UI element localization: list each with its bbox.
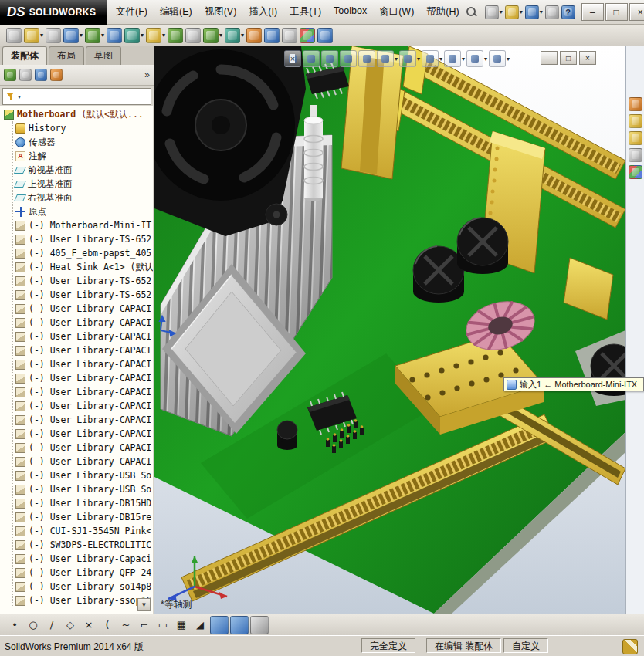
featuremanager-tree-tab[interactable]	[4, 69, 16, 81]
tree-item[interactable]: (-) 405_F_ebm-papst_405	[15, 246, 153, 260]
view-settings-icon[interactable]: ▾	[489, 50, 510, 67]
insert-components-icon[interactable]: ▾	[63, 28, 83, 43]
print-button[interactable]	[545, 5, 559, 19]
mate-icon[interactable]: ▾	[85, 28, 104, 43]
sketch-point-icon[interactable]: •	[6, 617, 23, 634]
measure-icon[interactable]	[282, 28, 297, 43]
tree-item[interactable]: (-) User Library-CAPACI	[15, 357, 153, 371]
tree-item[interactable]: (-) User Library-CAPACI	[15, 427, 153, 441]
capacitor[interactable]	[413, 246, 464, 303]
sketch-polygon-icon[interactable]: ◇	[62, 617, 79, 634]
file-explorer-icon[interactable]	[629, 131, 642, 145]
3d-scene[interactable]	[154, 46, 625, 614]
sketch-spline-icon[interactable]: ~	[117, 617, 134, 634]
maximize-button[interactable]: □	[605, 3, 628, 21]
graphics-viewport[interactable]: × ▾ ▾	[154, 46, 625, 614]
view-orientation-icon[interactable]: ▾	[377, 50, 398, 67]
tree-item[interactable]: (-) User Library-CAPACI	[15, 371, 153, 385]
minimize-button[interactable]: –	[581, 3, 604, 21]
menu-tools[interactable]: 工具(T)	[283, 3, 327, 21]
cooling-fan[interactable]	[154, 46, 306, 236]
tab-assembly[interactable]: 装配体	[2, 46, 47, 65]
custom-status[interactable]: 自定义	[503, 638, 548, 653]
tab-layout[interactable]: 布局	[49, 46, 84, 65]
dropdown-caret-icon[interactable]: ▾	[40, 32, 43, 39]
open-document-button[interactable]: ▾	[505, 5, 523, 19]
assembly-features-icon[interactable]: ▾	[203, 28, 222, 43]
dropdown-caret-icon[interactable]: ▾	[141, 32, 144, 39]
tree-filter-combobox[interactable]: ▾	[2, 88, 151, 105]
close-flyout-icon[interactable]: ×	[284, 50, 301, 67]
tree-item[interactable]: (-) User Library-USB So	[15, 482, 153, 496]
exploded-view-icon[interactable]	[300, 28, 315, 43]
dropdown-caret-icon[interactable]: ▾	[101, 32, 104, 39]
tree-item[interactable]: (-) User Library-TS-652	[15, 274, 153, 288]
sketch-settings-icon[interactable]	[250, 616, 269, 634]
dropdown-caret-icon[interactable]: ▾	[462, 56, 465, 63]
print-icon[interactable]	[6, 28, 22, 43]
tree-item[interactable]: (-) User Library-CAPACI	[15, 316, 153, 330]
dropdown-caret-icon[interactable]: ▾	[500, 8, 503, 15]
hide-show-items-icon[interactable]: ▾	[422, 50, 442, 67]
previous-view-icon[interactable]	[340, 50, 357, 67]
dropdown-caret-icon[interactable]: ▾	[219, 32, 222, 39]
instant3d-icon[interactable]	[317, 28, 333, 43]
menu-toolbox[interactable]: Toolbox	[327, 3, 373, 21]
menu-help[interactable]: 帮助(H)	[420, 3, 465, 21]
document-minimize-button[interactable]: –	[541, 51, 558, 65]
tree-item[interactable]: (-) User Library-TS-652	[15, 232, 153, 246]
zoom-to-area-icon[interactable]	[321, 50, 338, 67]
tree-item[interactable]: 传感器	[15, 135, 153, 149]
tree-item[interactable]: 注解	[15, 149, 153, 163]
tree-root-assembly[interactable]: Motherboard (默认<默认...	[4, 107, 153, 121]
sketch-line-icon[interactable]: /	[43, 617, 60, 634]
search-icon[interactable]	[466, 6, 477, 18]
save-button[interactable]: ▾	[525, 5, 543, 19]
new-document-button[interactable]: ▾	[485, 5, 503, 19]
section-view-icon[interactable]	[358, 50, 375, 67]
tree-item[interactable]: (-) User Library-CAPACI	[15, 330, 153, 343]
menu-edit[interactable]: 编辑(E)	[154, 3, 198, 21]
sketch-rectangle-icon[interactable]: ▭	[154, 617, 171, 634]
dropdown-caret-icon[interactable]: ▾	[507, 56, 510, 63]
tree-item[interactable]: (-) User Library-CAPACI	[15, 441, 153, 455]
appearances-scenes-icon[interactable]	[629, 165, 642, 179]
sketch-erase-icon[interactable]: ×	[80, 617, 97, 634]
filter-caret-icon[interactable]: ▾	[18, 93, 21, 100]
propertymanager-tab[interactable]	[19, 69, 32, 81]
tree-item[interactable]: (-) Heat Sink A<1> (默认	[15, 260, 153, 274]
tree-item[interactable]: (-) User Library-CAPACI	[15, 413, 153, 427]
design-library-icon[interactable]	[629, 114, 642, 128]
tree-item[interactable]: 原点	[15, 205, 153, 218]
tree-item[interactable]: (-) User Library-CAPACI	[15, 302, 153, 316]
panel-expand-chevron[interactable]: »	[144, 69, 150, 80]
edit-pencil-icon[interactable]	[622, 639, 638, 654]
shaded-sketch-contours-icon[interactable]	[210, 616, 229, 634]
apply-scene-icon[interactable]: ▾	[466, 50, 487, 67]
dropdown-caret-icon[interactable]: ▾	[162, 32, 165, 39]
dropdown-caret-icon[interactable]: ▾	[241, 32, 244, 39]
reference-geometry-icon[interactable]: ▾	[225, 28, 244, 43]
new-motion-study-icon[interactable]	[246, 28, 262, 43]
configurationmanager-tab[interactable]	[35, 69, 47, 81]
menu-window[interactable]: 窗口(W)	[373, 3, 420, 21]
dropdown-caret-icon[interactable]: ▾	[439, 56, 442, 63]
sketch-corner-rectangle-icon[interactable]: ⌐	[136, 617, 153, 634]
tree-item[interactable]: (-) CUI-SJ1-3545N_Pink<	[15, 524, 153, 538]
sketch-circle-icon[interactable]: ○	[25, 617, 42, 634]
sketch-pattern-icon[interactable]: ▦	[173, 617, 190, 634]
grid-snap-icon[interactable]	[230, 616, 249, 634]
sketch-arc-icon[interactable]: (	[99, 617, 116, 634]
tab-sketch[interactable]: 草图	[86, 46, 121, 65]
attachments-icon[interactable]	[46, 28, 61, 43]
display-style-icon[interactable]: ▾	[399, 50, 420, 67]
tree-item[interactable]: 右视基准面	[15, 191, 153, 205]
tree-item[interactable]: 前视基准面	[15, 163, 153, 177]
menu-view[interactable]: 视图(V)	[198, 3, 243, 21]
solidworks-resources-icon[interactable]	[629, 97, 642, 111]
tree-item[interactable]: (-) User Library-DB15re	[15, 510, 153, 524]
dropdown-caret-icon[interactable]: ▾	[417, 56, 420, 63]
linear-component-pattern-icon[interactable]: ▾	[146, 28, 165, 43]
tree-item[interactable]: (-) User Library-USB So	[15, 468, 153, 482]
dropdown-caret-icon[interactable]: ▾	[80, 32, 83, 39]
